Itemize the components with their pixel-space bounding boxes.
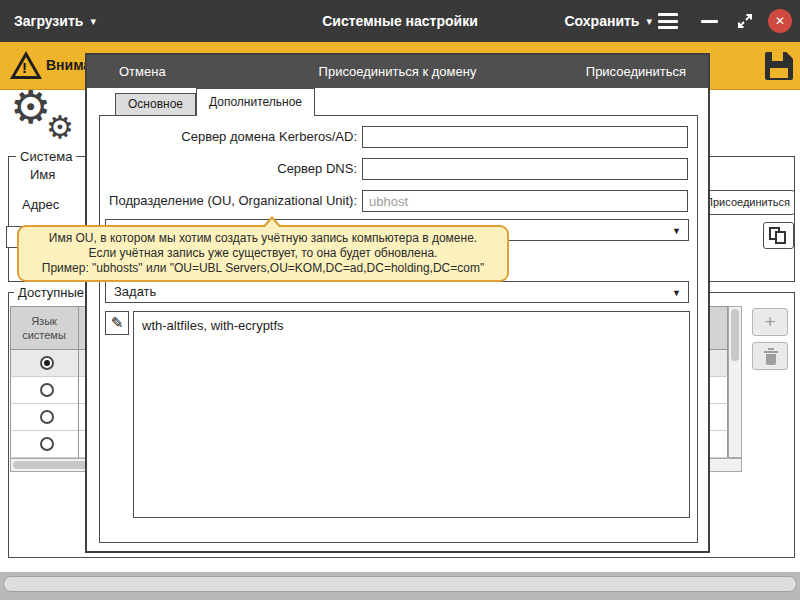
mode-combobox[interactable]: Задать ▼	[105, 281, 689, 303]
tab-basic[interactable]: Основное	[115, 93, 196, 116]
combo-arrow-icon: ▼	[672, 220, 681, 242]
page-title: Системные настройки	[0, 0, 800, 42]
window-horizontal-scrollbar	[0, 572, 800, 600]
address-label: Адрес	[22, 197, 59, 212]
topbar: Загрузить ▾ Системные настройки Сохранит…	[0, 0, 800, 42]
save-button-label: Сохранить	[565, 13, 640, 29]
combo-arrow-icon: ▼	[672, 282, 681, 304]
dialog-header: Отмена Присоединиться к домену Присоедин…	[87, 55, 708, 88]
join-domain-dialog: Отмена Присоединиться к домену Присоедин…	[85, 53, 710, 553]
join-button[interactable]: Присоединиться	[586, 55, 686, 88]
chevron-down-icon: ▾	[646, 15, 652, 28]
language-radio[interactable]	[40, 383, 54, 397]
close-button[interactable]: ✕	[768, 9, 792, 33]
join-domain-button[interactable]: Присоединиться	[700, 190, 795, 215]
cancel-button[interactable]: Отмена	[119, 55, 166, 88]
tooltip-line: Имя OU, в котором мы хотим создать учётн…	[27, 231, 499, 246]
add-button[interactable]: +	[752, 308, 788, 336]
hamburger-icon	[658, 13, 678, 16]
delete-button[interactable]	[752, 342, 788, 370]
pencil-icon: ✎	[111, 314, 124, 331]
ou-tooltip: Имя OU, в котором мы хотим создать учётн…	[17, 225, 509, 282]
load-button-label: Загрузить	[14, 13, 83, 29]
kerberos-server-label: Сервер домена Kerberos/AD:	[95, 129, 357, 144]
copy-button[interactable]	[763, 222, 794, 249]
scrollbar-thumb[interactable]	[3, 576, 797, 592]
language-radio[interactable]	[40, 410, 54, 424]
language-column-header: Язык системы	[11, 307, 77, 342]
hamburger-icon	[658, 20, 678, 23]
hamburger-menu-button[interactable]	[658, 13, 678, 29]
load-button[interactable]: Загрузить ▾	[14, 0, 96, 42]
settings-gear-icon: ⚙	[46, 112, 74, 143]
expand-icon	[736, 12, 754, 30]
mode-combobox-value: Задать	[114, 284, 156, 299]
expand-button[interactable]	[736, 12, 754, 30]
name-label: Имя	[30, 167, 55, 182]
scrollbar-thumb[interactable]	[731, 309, 739, 361]
features-textarea[interactable]: wth-altfiles, with-ecryptfs	[133, 311, 690, 518]
minimize-button[interactable]	[701, 20, 718, 23]
tooltip-line: Если учётная запись уже существует, то о…	[27, 246, 499, 261]
warning-icon: !	[10, 51, 42, 79]
edit-button[interactable]: ✎	[105, 311, 129, 335]
trash-icon	[766, 354, 776, 365]
table-column-divider	[78, 306, 79, 458]
trash-icon	[764, 351, 778, 353]
ou-label: Подразделение (OU, Organizational Unit):	[95, 193, 357, 208]
save-file-button[interactable]	[765, 52, 793, 80]
dns-server-input[interactable]	[362, 158, 688, 180]
language-radio[interactable]	[40, 437, 54, 451]
table-vertical-scrollbar[interactable]	[728, 306, 742, 458]
ou-input[interactable]	[362, 190, 688, 212]
system-group-label: Система	[16, 149, 76, 164]
tooltip-line: Пример: "ubhosts" или "OU=UBL Servers,OU…	[27, 261, 499, 276]
floppy-shutter	[772, 52, 783, 61]
kerberos-server-input[interactable]	[362, 126, 688, 148]
hamburger-icon	[658, 26, 678, 29]
floppy-label	[770, 68, 788, 78]
save-button[interactable]: Сохранить ▾	[565, 0, 653, 42]
tab-advanced[interactable]: Дополнительное	[196, 88, 315, 116]
copy-icon	[775, 231, 786, 244]
language-radio-selected[interactable]	[40, 356, 54, 370]
chevron-down-icon: ▾	[90, 15, 96, 28]
dns-server-label: Сервер DNS:	[95, 161, 357, 176]
close-icon: ✕	[775, 14, 785, 28]
